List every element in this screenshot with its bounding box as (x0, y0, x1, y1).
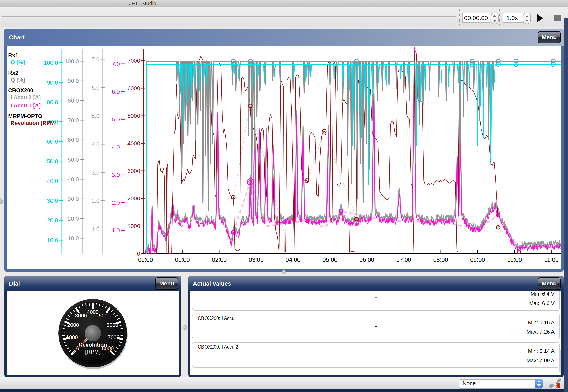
svg-text:90.0: 90.0 (68, 78, 79, 84)
svg-text:30.0: 30.0 (47, 198, 58, 204)
svg-text:05:00: 05:00 (323, 256, 337, 263)
svg-text:03:00: 03:00 (249, 256, 264, 263)
jeti-studio-window: JETI Studio 00:00:00 1.0x Chart Menu 100… (0, 0, 568, 392)
telemetry-value-label: CBOX200: I Accu 2 (198, 344, 238, 350)
svg-text:5000: 5000 (128, 113, 140, 119)
svg-text:0: 0 (137, 251, 140, 257)
svg-text:7.0: 7.0 (112, 61, 120, 67)
actual-values-list[interactable]: CBOX200: U Accu 2 - Min: 6.4 V Max: 6.6 … (190, 291, 561, 375)
svg-text:7.0: 7.0 (91, 56, 100, 62)
svg-text:7000: 7000 (128, 57, 140, 64)
actual-values-title: Actual values (193, 280, 231, 287)
chart-plot-area[interactable]: 100.090.080.070.060.050.040.030.020.010.… (7, 46, 561, 269)
time-stepper[interactable] (491, 13, 498, 24)
timeline-slider[interactable] (2, 15, 456, 17)
dial-menu-button[interactable]: Menu (155, 278, 178, 290)
svg-text:60.0: 60.0 (47, 139, 58, 145)
chart-panel-title: Chart (9, 34, 25, 41)
svg-text:1000: 1000 (128, 223, 140, 229)
telemetry-chart: 100.090.080.070.060.050.040.030.020.010.… (7, 46, 561, 269)
telemetry-min-value: Min: 6.4 V (531, 291, 554, 297)
dial-panel: Dial Menu 010002000300040005000600070008… (4, 276, 181, 377)
svg-text:60.0: 60.0 (68, 137, 79, 143)
splitter-handle[interactable] (0, 198, 3, 204)
telemetry-max-value: Max: 7.09 A (526, 357, 554, 364)
svg-text:20.0: 20.0 (47, 217, 58, 224)
svg-text:4.0: 4.0 (112, 144, 120, 151)
svg-text:10:00: 10:00 (507, 256, 522, 263)
window-title: JETI Studio (0, 0, 285, 7)
actual-values-panel: Actual values Menu CBOX200: U Accu 2 - M… (188, 276, 564, 377)
scrollbar-thumb[interactable] (559, 350, 561, 372)
svg-text:20.0: 20.0 (68, 216, 79, 222)
svg-text:40.0: 40.0 (68, 176, 79, 182)
svg-text:06:00: 06:00 (359, 256, 374, 263)
svg-text:1000: 1000 (66, 334, 78, 340)
svg-text:10.0: 10.0 (68, 235, 79, 241)
svg-text:2000: 2000 (67, 322, 79, 328)
svg-text:90.0: 90.0 (47, 79, 58, 86)
svg-text:80.0: 80.0 (47, 99, 58, 105)
telemetry-value-card[interactable]: CBOX200: I Accu 1 - Min: 0.16 A Max: 7.2… (192, 314, 560, 339)
svg-text:07:00: 07:00 (396, 256, 411, 263)
svg-text:4.0: 4.0 (91, 141, 100, 147)
window-frame-right (564, 18, 568, 392)
telemetry-max-value: Max: 6.6 V (529, 300, 554, 307)
actual-values-menu-button[interactable]: Menu (538, 278, 561, 290)
svg-text:7000: 7000 (108, 334, 119, 340)
play-icon[interactable] (537, 14, 543, 22)
svg-text:6.0: 6.0 (112, 89, 120, 95)
telemetry-min-value: Min: 0.16 A (528, 319, 554, 326)
svg-text:[RPM]: [RPM] (85, 349, 100, 355)
actual-values-header: Actual values Menu (188, 276, 564, 291)
speed-stepper[interactable] (523, 13, 531, 24)
telemetry-max-value: Max: 7.26 A (526, 329, 554, 335)
svg-text:01:00: 01:00 (175, 256, 190, 263)
svg-text:100.0: 100.0 (44, 60, 58, 66)
svg-text:6.0: 6.0 (91, 84, 100, 91)
splitter-handle[interactable] (183, 325, 187, 330)
svg-text:50.0: 50.0 (68, 157, 79, 163)
svg-text:5.0: 5.0 (112, 116, 120, 123)
svg-text:2000: 2000 (128, 196, 140, 202)
svg-text:6000: 6000 (106, 322, 118, 328)
svg-text:5.0: 5.0 (91, 113, 100, 119)
svg-text:80.0: 80.0 (68, 98, 79, 104)
svg-text:02:00: 02:00 (212, 256, 227, 263)
splitter-handle[interactable] (282, 270, 286, 274)
svg-text:70.0: 70.0 (68, 117, 79, 124)
toolbar-separator (459, 9, 460, 25)
svg-text:4000: 4000 (87, 309, 99, 315)
stop-icon[interactable] (554, 15, 561, 21)
window-frame-bottom (0, 389, 568, 392)
telemetry-current-value: - (375, 322, 377, 330)
chart-panel-header: Chart Menu (4, 28, 564, 46)
telemetry-value-label: CBOX200: U Accu 2 (198, 291, 240, 293)
port-select[interactable]: None (459, 379, 543, 389)
svg-text:3.0: 3.0 (91, 169, 100, 176)
dial-panel-title: Dial (9, 280, 20, 287)
telemetry-value-card[interactable]: CBOX200: I Accu 2 - Min: 0.14 A Max: 7.0… (192, 342, 560, 368)
chevron-updown-icon (535, 379, 543, 388)
svg-text:08:00: 08:00 (433, 256, 448, 263)
speed-field[interactable]: 1.0x (503, 13, 525, 23)
telemetry-current-value: - (375, 294, 377, 301)
svg-text:3000: 3000 (75, 313, 87, 319)
svg-text:3000: 3000 (128, 168, 140, 174)
svg-text:70.0: 70.0 (47, 119, 58, 125)
svg-text:1.0: 1.0 (91, 226, 100, 232)
svg-text:09:00: 09:00 (470, 256, 485, 263)
telemetry-min-value: Min: 0.14 A (528, 348, 554, 354)
toolbar-separator (499, 9, 500, 25)
status-bar: None (0, 377, 568, 389)
svg-text:40.0: 40.0 (47, 178, 58, 184)
svg-text:4000: 4000 (128, 140, 140, 147)
svg-text:04:00: 04:00 (286, 256, 301, 263)
time-field[interactable]: 00:00:00 (462, 13, 490, 23)
chart-panel: Chart Menu 100.090.080.070.060.050.040.0… (4, 28, 564, 272)
titlebar: JETI Studio (0, 0, 568, 7)
svg-text:2.0: 2.0 (91, 198, 100, 204)
telemetry-value-card[interactable]: CBOX200: U Accu 2 - Min: 6.4 V Max: 6.6 … (192, 291, 560, 311)
chart-menu-button[interactable]: Menu (538, 31, 561, 43)
svg-text:30.0: 30.0 (68, 196, 79, 202)
